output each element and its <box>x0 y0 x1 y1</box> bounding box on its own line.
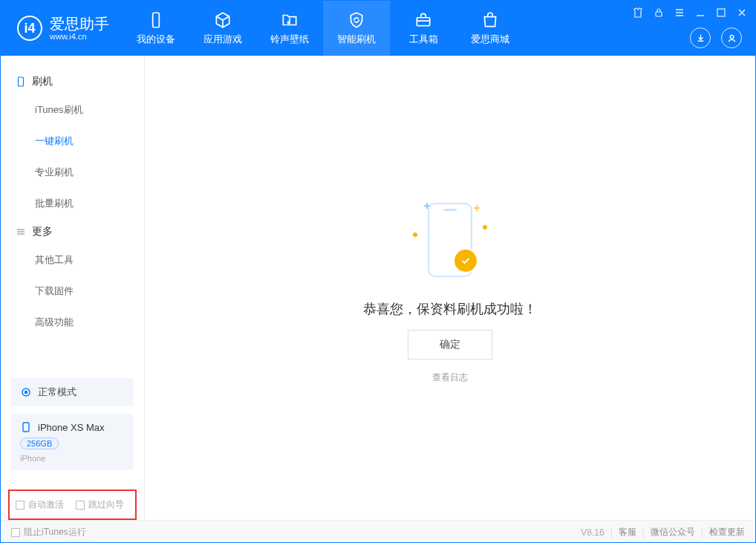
sidebar-item-pro[interactable]: 专业刷机 <box>1 157 144 188</box>
checkbox-block-itunes[interactable]: 阻止iTunes运行 <box>11 526 86 539</box>
minimize-icon[interactable] <box>694 7 706 19</box>
sidebar-section-flash: 刷机 <box>1 69 144 94</box>
music-folder-icon <box>280 10 299 30</box>
store-icon <box>480 10 500 30</box>
svg-point-8 <box>25 391 27 394</box>
nav-ringtone[interactable]: 铃声壁纸 <box>256 1 323 56</box>
nav-label: 铃声壁纸 <box>270 33 309 46</box>
confirm-button[interactable]: 确定 <box>408 330 492 360</box>
section-title: 刷机 <box>32 75 53 88</box>
svg-point-5 <box>730 35 734 39</box>
checkbox-icon <box>76 501 85 510</box>
success-message: 恭喜您，保资料刷机成功啦！ <box>363 300 537 318</box>
footer-right: V8.16 | 客服 | 微信公众号 | 检查更新 <box>581 526 745 539</box>
footer-link-support[interactable]: 客服 <box>619 526 636 539</box>
status-bar: 阻止iTunes运行 V8.16 | 客服 | 微信公众号 | 检查更新 <box>1 520 755 543</box>
svg-rect-4 <box>717 9 725 16</box>
main-nav: 我的设备 应用游戏 铃声壁纸 智能刷机 工具箱 爱思商城 <box>123 1 524 56</box>
device-type: iPhone <box>20 454 45 463</box>
lock-icon[interactable] <box>653 7 665 19</box>
checkbox-skip-guide[interactable]: 跳过向导 <box>76 498 124 511</box>
user-icon[interactable] <box>721 27 742 48</box>
svg-point-1 <box>288 22 290 24</box>
svg-rect-6 <box>19 77 24 86</box>
app-name-cn: 爱思助手 <box>50 16 109 32</box>
sidebar-item-advanced[interactable]: 高级功能 <box>1 307 144 338</box>
sidebar-item-batch[interactable]: 批量刷机 <box>1 188 144 219</box>
mode-label: 正常模式 <box>38 386 76 399</box>
nav-label: 我的设备 <box>137 33 175 46</box>
device-name: iPhone XS Max <box>38 422 105 433</box>
nav-toolbox[interactable]: 工具箱 <box>390 1 457 56</box>
app-body: 刷机 iTunes刷机 一键刷机 专业刷机 批量刷机 更多 其他工具 下载固件 … <box>1 56 755 520</box>
svg-rect-3 <box>656 12 662 16</box>
main-content: 恭喜您，保资料刷机成功啦！ 确定 查看日志 <box>145 56 755 520</box>
device-panel: 正常模式 iPhone XS Max 256GB iPhone <box>11 378 134 478</box>
sidebar-item-other[interactable]: 其他工具 <box>1 244 144 276</box>
nav-apps[interactable]: 应用游戏 <box>189 1 256 56</box>
cube-icon <box>213 10 232 30</box>
section-title: 更多 <box>32 225 53 238</box>
download-icon[interactable] <box>690 27 711 48</box>
svg-rect-0 <box>153 13 160 27</box>
nav-store[interactable]: 爱思商城 <box>457 1 524 56</box>
shield-refresh-icon <box>347 10 366 30</box>
svg-rect-2 <box>417 18 429 26</box>
view-log-link[interactable]: 查看日志 <box>432 371 468 384</box>
header-actions <box>690 27 742 48</box>
window-controls <box>632 7 748 19</box>
checkbox-icon <box>16 501 25 510</box>
device-storage: 256GB <box>20 438 59 449</box>
flash-options-highlight: 自动激活 跳过向导 <box>8 490 137 520</box>
sidebar-section-more: 更多 <box>1 219 144 244</box>
checkbox-label: 跳过向导 <box>88 498 124 511</box>
sidebar: 刷机 iTunes刷机 一键刷机 专业刷机 批量刷机 更多 其他工具 下载固件 … <box>1 56 145 520</box>
footer-link-update[interactable]: 检查更新 <box>709 526 745 539</box>
list-icon <box>16 227 26 237</box>
toolbox-icon <box>414 10 433 30</box>
sidebar-item-oneclick[interactable]: 一键刷机 <box>1 126 144 157</box>
logo-text: 爱思助手 www.i4.cn <box>50 16 109 41</box>
checkbox-auto-activate[interactable]: 自动激活 <box>16 498 64 511</box>
mode-icon <box>20 386 32 398</box>
shirt-icon[interactable] <box>632 7 644 19</box>
maximize-icon[interactable] <box>715 7 727 19</box>
success-illustration <box>383 192 517 288</box>
nav-label: 应用游戏 <box>203 33 242 46</box>
app-logo: i4 爱思助手 www.i4.cn <box>1 1 123 56</box>
checkbox-icon <box>11 528 20 537</box>
sidebar-item-firmware[interactable]: 下载固件 <box>1 276 144 307</box>
success-check-icon <box>453 248 478 273</box>
phone-icon <box>20 421 32 433</box>
close-icon[interactable] <box>736 7 748 19</box>
device-info[interactable]: iPhone XS Max 256GB iPhone <box>11 414 134 470</box>
footer-link-wechat[interactable]: 微信公众号 <box>651 526 695 539</box>
svg-rect-9 <box>23 423 29 432</box>
nav-my-device[interactable]: 我的设备 <box>123 1 189 56</box>
nav-flash[interactable]: 智能刷机 <box>323 1 390 56</box>
nav-label: 智能刷机 <box>337 33 376 46</box>
app-name-en: www.i4.cn <box>50 32 109 41</box>
footer-left: 阻止iTunes运行 <box>11 526 86 539</box>
app-header: i4 爱思助手 www.i4.cn 我的设备 应用游戏 铃声壁纸 智能刷机 工具… <box>1 1 755 56</box>
nav-label: 工具箱 <box>409 33 438 46</box>
menu-icon[interactable] <box>674 7 685 19</box>
phone-icon <box>16 77 26 87</box>
logo-icon: i4 <box>17 16 42 41</box>
version-label: V8.16 <box>581 527 604 538</box>
checkbox-label: 阻止iTunes运行 <box>24 526 86 539</box>
checkbox-label: 自动激活 <box>28 498 64 511</box>
sidebar-item-itunes[interactable]: iTunes刷机 <box>1 94 144 126</box>
nav-label: 爱思商城 <box>471 33 509 46</box>
device-icon <box>146 10 166 30</box>
device-mode[interactable]: 正常模式 <box>11 378 134 406</box>
